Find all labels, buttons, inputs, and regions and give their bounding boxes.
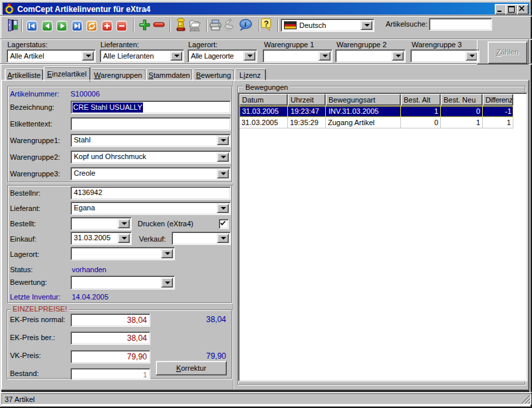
svg-text:?: ? bbox=[264, 19, 269, 29]
svg-text:10101: 10101 bbox=[190, 27, 200, 32]
svg-text:i: i bbox=[245, 20, 247, 28]
